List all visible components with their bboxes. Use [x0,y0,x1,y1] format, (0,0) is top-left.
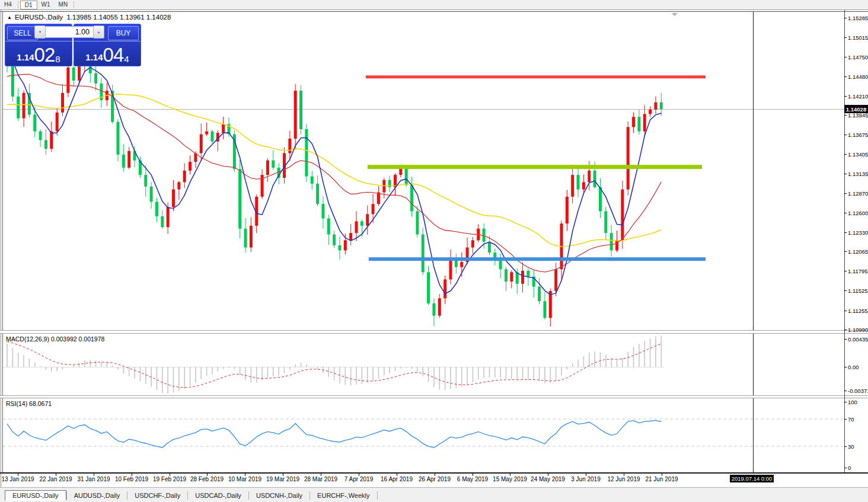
rsi-axis-label: 70 [848,416,854,423]
price-axis-label: 1.12330 [848,229,868,236]
chart-tab-usdcad[interactable]: USDCAD-,Daily [188,490,248,501]
axis-tick [844,402,847,402]
axis-tick [844,174,847,174]
axis-tick [844,419,847,420]
tab-separator [377,491,378,500]
axis-tick [844,367,847,367]
date-axis-label: 31 Jan 2019 [77,476,110,482]
price-axis-label: 1.13675 [848,132,868,138]
sell-button[interactable]: SELL [7,26,38,40]
date-axis-label: 19 Mar 2019 [266,476,299,482]
axis-tick [844,37,847,38]
lot-decrease-button[interactable]: ▾ [34,25,46,39]
axis-tick [844,446,847,447]
macd-panel-canvas[interactable] [0,334,845,395]
axis-tick [844,330,847,330]
macd-axis-label: 0.00 [848,364,859,370]
axis-tick [844,251,847,252]
date-axis-line [0,472,868,474]
chart-tab-eurusd[interactable]: EURUSD-,Daily [5,490,66,501]
chart-tab-usdcnh[interactable]: USDCNH-,Daily [249,490,309,501]
price-axis-label: 1.14750 [848,54,868,60]
date-axis[interactable]: 13 Jan 201922 Jan 201931 Jan 201910 Feb … [0,472,868,487]
sell-price-big: 02 [34,46,55,63]
rsi-name: RSI(14) [6,400,27,407]
chart-tab-audusd[interactable]: AUDUSD-,Daily [67,490,127,501]
date-axis-label: 7 Apr 2019 [344,476,373,482]
sell-price-sup: 8 [55,55,60,63]
cursor-date-tag: 2019.07.14 0:00 [730,475,774,482]
axis-tick [844,193,847,194]
timeframe-button-h4[interactable]: H4 [0,1,16,9]
buy-price-big: 04 [103,46,124,63]
price-axis-label: 1.15015 [848,34,868,41]
axis-tick [844,115,847,116]
price-axis-label: 1.12600 [848,210,868,216]
buy-button[interactable]: BUY [108,26,139,40]
mt4-window: H4D1W1MN ▲EURUSD-,Daily 1.13985 1.14055 … [0,0,868,502]
axis-tick [844,468,847,468]
date-axis-label: 24 May 2019 [531,476,565,482]
axis-tick [844,154,847,155]
chart-symbol-label: EURUSD-,Daily [15,14,63,21]
date-axis-label: 6 May 2019 [457,476,488,482]
axis-tick [844,96,847,97]
macd-name: MACD(12,26,9) [6,335,49,343]
date-axis-label: 28 Feb 2019 [190,476,224,482]
buy-price-small: 1.14 [85,53,103,62]
rsi-label: RSI(14) 68.0671 [6,400,52,407]
axis-tick [844,135,847,135]
price-axis-label: 1.11255 [848,308,868,314]
macd-axis-label: -0.00371 [848,388,868,394]
axis-tick [844,290,847,291]
collapse-panel-icon[interactable]: ▲ [7,15,12,20]
price-axis-label: 1.12065 [848,248,868,255]
macd-label: MACD(12,26,9) 0.003992 0.001978 [6,335,104,343]
chart-title: ▲EURUSD-,Daily 1.13985 1.14055 1.13961 1… [7,14,171,22]
price-axis-label: 1.12870 [848,190,868,197]
macd-values: 0.003992 0.001978 [51,335,105,343]
price-axis-label: 1.15285 [848,15,868,21]
axis-tick [844,18,847,18]
rsi-panel-canvas[interactable] [0,398,845,473]
buy-price-sup: 4 [124,55,129,63]
rsi-axis-label: 100 [848,399,857,405]
timeframe-button-w1[interactable]: W1 [37,1,55,9]
toolbar-separator [74,1,74,8]
rsi-value: 68.0671 [29,400,52,407]
axis-tick [844,213,847,213]
sell-price-small: 1.14 [17,53,34,62]
price-axis-label: 1.14210 [848,93,868,100]
current-price-tag: 1.14028 [844,105,868,113]
price-axis-label: 1.14480 [848,73,868,80]
macd-axis-label: 0.004359 [848,336,868,343]
lot-increase-button[interactable]: ▴ [93,25,104,39]
price-axis-label: 1.13135 [848,171,868,177]
date-axis-label: 12 Jun 2019 [607,476,640,482]
chart-tab-eurchf[interactable]: EURCHF-,Weekly [310,490,376,501]
timeframe-button-mn[interactable]: MN [55,1,72,9]
chart-ohlc-values: 1.13985 1.14055 1.13961 1.14028 [66,14,171,21]
lot-size-control: ▾ ▴ [34,25,109,39]
date-axis-label: 26 Apr 2019 [419,476,451,482]
axis-tick [844,391,847,391]
toolbar-bottom-border [0,9,868,10]
price-axis[interactable]: 1.152851.150151.147501.144801.142101.139… [844,0,868,487]
axis-tick [844,232,847,233]
buy-price: 1.14 04 4 [74,42,141,66]
date-axis-label: 16 Apr 2019 [381,476,413,482]
axis-tick [844,57,847,57]
date-axis-label: 13 Jan 2019 [1,476,34,482]
timeframe-button-d1[interactable]: D1 [20,1,37,9]
date-axis-label: 28 Mar 2019 [304,476,337,482]
date-axis-label: 21 Jun 2019 [645,476,678,482]
date-axis-label: 22 Jan 2019 [39,476,72,482]
lot-size-input[interactable] [46,26,93,38]
date-axis-label: 10 Feb 2019 [115,476,148,482]
toolbar-separator [18,1,18,8]
sell-price: 1.14 02 8 [5,42,72,66]
price-axis-label: 1.11795 [848,268,868,274]
date-axis-label: 15 May 2019 [493,476,527,482]
chart-tab-usdchf[interactable]: USDCHF-,Daily [127,490,187,501]
date-axis-label: 10 Mar 2019 [228,476,261,482]
